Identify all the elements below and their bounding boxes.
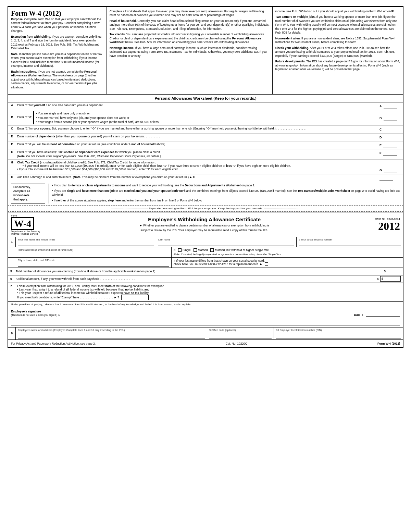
nonwage-income-para: Nonwage income. If you have a large amou… (110, 46, 270, 58)
signature-line[interactable] (11, 318, 400, 325)
date-label: Date ► (354, 313, 364, 317)
w4-subtitle2: subject to review by the IRS. Your emplo… (43, 228, 366, 232)
cert-line-6: 6 Additional amount, if any, you want wi… (8, 275, 403, 283)
separator: ------------------------------------ Sep… (8, 205, 403, 212)
office-code-input[interactable] (209, 332, 272, 338)
ws-answer-box-b[interactable] (384, 115, 397, 121)
ws-content-d: Enter number of dependents (other than y… (17, 135, 379, 138)
cert-line-5: 5 Total number of allowances you are cla… (8, 268, 403, 275)
head-of-household-para: Head of household. Generally, you can cl… (110, 19, 270, 31)
complete-worksheets-para: Complete all worksheets that apply. Howe… (110, 10, 270, 17)
cert-line-7: 7 I claim exemption from withholding for… (8, 283, 403, 302)
w4-subtitle1: ► Whether you are entitled to claim a ce… (43, 224, 366, 227)
replacement-card-checkbox[interactable] (265, 262, 268, 266)
sig-subtitle: (This form is not valid unless you sign … (11, 313, 61, 317)
worksheet-row-f: F Enter "1" if you have at least $1,900 … (8, 149, 403, 160)
line5-num: 5 (10, 270, 16, 273)
married-higher-option[interactable]: Married, but withhold at higher Single r… (210, 248, 270, 252)
last-name-input[interactable] (158, 241, 294, 246)
w4-cert-title: Employee's Withholding Allowance Certifi… (43, 216, 366, 223)
address-cell: Home address (number and street or rural… (16, 247, 172, 257)
w4-year: 2012 (366, 221, 400, 232)
exemption-para: Exemption from withholding. If you are e… (11, 35, 104, 51)
accuracy-bullet-3: • If neither of the above situations app… (52, 199, 400, 203)
single-checkbox[interactable] (178, 248, 182, 252)
first-name-input[interactable] (18, 241, 154, 246)
married-higher-label: Married, but withhold at higher Single r… (215, 248, 270, 252)
city-cell: City or town, state, and ZIP code (16, 258, 172, 268)
single-option[interactable]: Single (178, 248, 191, 252)
dept-label: Department of the Treasury (11, 230, 40, 233)
ws-answer-box-e[interactable] (383, 143, 397, 148)
accuracy-label: For accuracy, complete all worksheets th… (11, 184, 45, 203)
worksheet-row-d: D Enter number of dependents (other than… (8, 134, 403, 141)
ws-answer-box-h[interactable] (379, 175, 393, 181)
ws-content-c: Enter "1" for your spouse. But, you may … (17, 127, 379, 131)
ein-label: 10 Employer Identification number (EIN) (276, 329, 401, 332)
footer-left: For Privacy Act and Paperwork Reduction … (11, 342, 96, 345)
cert-row-8: 8 Employer's name and address (Employer:… (8, 327, 403, 340)
line7-answer-box[interactable] (121, 295, 149, 300)
ws-answer-box-f[interactable] (383, 150, 397, 156)
check-withholding-para: Check your withholding. After your Form … (275, 46, 400, 58)
accuracy-bullets: • If you plan to itemize or claim adjust… (49, 184, 400, 203)
worksheet-row-c: C Enter "1" for your spouse. But, you ma… (8, 126, 403, 134)
nonresident-alien-para: Nonresident alien. If you are a nonresid… (275, 37, 400, 45)
office-code-cell: 9 Office code (optional) (207, 327, 274, 339)
line7-text: I claim exemption from withholding for 2… (17, 284, 165, 288)
office-code-label: 9 Office code (optional) (209, 329, 272, 332)
ws-content-h: Add lines A through G and enter total he… (17, 175, 379, 179)
tax-credits-para: Tax credits. You can take projected tax … (110, 33, 270, 44)
ws-answer-box-a[interactable] (384, 103, 397, 109)
right-column: income, see Pub. 505 to find out if you … (273, 7, 403, 94)
w4-logo-block: Form W-4 Department of the Treasury Inte… (11, 214, 40, 235)
w4-certificate: Form W-4 Department of the Treasury Inte… (8, 212, 403, 347)
ws-brace-item-b2: • You are married, have only one job, an… (36, 116, 379, 120)
cert-row-1: 1 Your first name and middle initial Las… (8, 237, 403, 247)
ws-answer-d: D (379, 135, 400, 140)
footer-bar: For Privacy Act and Paperwork Reduction … (8, 340, 403, 347)
accuracy-bullet-2: • If you are single and have more than o… (52, 189, 400, 197)
line7-num: 7 (10, 284, 16, 288)
worksheet-row-g: G Child Tax Credit (including additional… (8, 160, 403, 174)
middle-column: Complete all worksheets that apply. Howe… (107, 7, 273, 94)
ws-answer-b: B (379, 111, 400, 121)
ws-letter-c: C (11, 127, 17, 130)
penalty-text: Under penalties of perjury, I declare th… (8, 302, 403, 307)
married-checkbox[interactable] (194, 248, 197, 252)
ws-letter-g: G (11, 161, 17, 164)
address-input[interactable] (18, 251, 169, 256)
employee-sig-label: Employee's signature (This form is not v… (11, 310, 61, 317)
line4b-text: check here. You must call 1-800-772-1213… (174, 262, 263, 266)
line6-answer-box[interactable]: $ (380, 276, 401, 282)
first-name-label: Your first name and middle initial (18, 238, 154, 241)
line7-bullet1: • Last year I had a right to a refund of… (17, 288, 401, 291)
employer-input[interactable] (18, 332, 205, 338)
cert-row-2: Home address (number and street or rural… (8, 247, 403, 258)
ws-answer-g: G (379, 168, 400, 173)
first-name-cell: Your first name and middle initial (16, 237, 156, 247)
ssn-input[interactable] (299, 241, 401, 246)
city-input[interactable] (18, 262, 169, 267)
worksheet-row-e: E Enter "1" if you will file as head of … (8, 141, 403, 149)
married-option[interactable]: Married (194, 248, 208, 252)
line6-text: Additional amount, if any, you want with… (16, 277, 377, 281)
ein-input[interactable] (276, 332, 401, 338)
address-label: Home address (number and street or rural… (18, 248, 169, 251)
ein-cell: 10 Employer Identification number (EIN) (274, 327, 403, 339)
ws-answer-box-d[interactable] (384, 135, 397, 140)
line7-exempt-row: If you meet both conditions, write "Exem… (17, 295, 401, 300)
ws-letter-d: D (11, 135, 17, 138)
accuracy-bullet-1: • If you plan to itemize or claim adjust… (52, 184, 400, 188)
ws-answer-box-c[interactable] (384, 127, 397, 132)
employer-cell: Employer's name and address (Employer: C… (16, 327, 207, 339)
ssn-cell: 2 Your social security number (297, 237, 403, 247)
ws-answer-box-g[interactable] (384, 168, 397, 173)
married-higher-checkbox[interactable] (210, 248, 214, 252)
basic-instructions-para: Basic instructions. If you are not exemp… (11, 70, 104, 89)
filing-status-cell: 3 Single Married Married, but withhold a… (172, 247, 403, 257)
line5-answer-box[interactable] (387, 269, 401, 274)
date-line[interactable] (366, 309, 400, 317)
future-developments-para: Future developments. The IRS has created… (275, 60, 400, 71)
ws-g-bullet2: • If your total income will be between $… (17, 168, 379, 171)
